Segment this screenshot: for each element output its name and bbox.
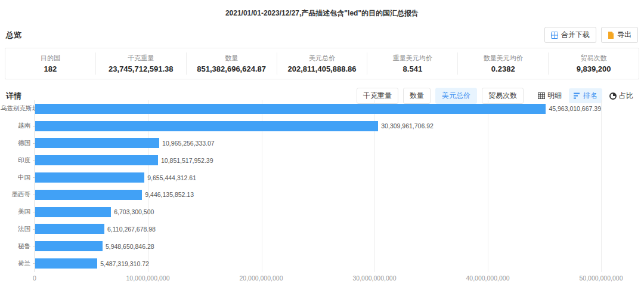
bar-row: 越南30,309,961,706.92 [35,118,601,135]
stat-item: 目的国182 [5,53,96,75]
stat-value: 202,811,405,888.86 [280,64,365,73]
metric-tab-label: 数量 [410,91,424,101]
bar[interactable] [35,224,104,234]
view-tab-label: 排名 [583,91,597,101]
chart-plot: 乌兹别克斯坦45,963,010,667.39越南30,309,961,706.… [35,100,601,272]
x-tick-label: 20,000,000,000 [240,275,283,282]
bar-row: 中国9,655,444,312.61 [35,169,601,186]
bar-chart-icon [574,92,581,99]
stat-value: 9,839,200 [551,64,636,73]
stat-label: 数量 [189,54,274,63]
x-tick-label: 30,000,000,000 [353,275,397,282]
bar-row: 乌兹别克斯坦45,963,010,667.39 [35,100,601,118]
x-tick-label: 10,000,000,000 [126,275,170,282]
bar[interactable] [35,172,144,183]
export-button[interactable]: 导出 [601,27,638,43]
x-tick-label: 40,000,000,000 [466,275,510,282]
merge-download-icon [551,32,558,39]
bar-row: 德国10,965,256,333.07 [35,135,601,152]
bar[interactable] [35,104,546,114]
bar-value-label: 10,851,517,952.39 [161,157,213,164]
x-tick-label: 0 [33,275,36,282]
stat-value: 23,745,712,591.38 [98,64,184,73]
pie-chart-icon [609,92,617,100]
bar-row: 荷兰5,487,319,310.72 [35,255,601,272]
stat-label: 目的国 [8,54,93,63]
header-actions: 合并下载 导出 [544,27,638,43]
category-label: 秘鲁 [1,242,30,251]
category-label: 法国 [1,225,30,233]
bar-row: 印度10,851,517,952.39 [35,152,601,169]
metric-tab-label: 贸易次数 [488,91,517,101]
bar[interactable] [35,241,103,251]
bar-row: 秘鲁5,948,650,846.28 [35,238,601,255]
category-label: 越南 [1,122,30,130]
table-icon [538,92,545,99]
stat-item: 重量美元均价8.541 [367,53,458,75]
stat-value: 851,382,696,624.87 [189,64,274,73]
stat-item: 数量851,382,696,624.87 [187,53,277,75]
bar-value-label: 9,446,135,852.13 [145,191,194,198]
bar[interactable] [35,190,142,200]
category-label: 荷兰 [1,260,30,268]
category-label: 美国 [1,208,30,216]
bar[interactable] [35,155,158,165]
stat-label: 千克重量 [98,54,184,63]
bar-row: 法国6,110,267,678.98 [35,221,601,238]
stat-label: 贸易次数 [551,54,636,63]
stat-label: 美元总价 [280,54,365,63]
bar-value-label: 9,655,444,312.61 [147,174,196,181]
page-title: 2021/01/01-2023/12/27,产品描述包含"led"的目的国汇总报… [0,0,644,18]
stat-item: 美元总价202,811,405,888.86 [277,53,368,75]
overview-stats: 目的国182千克重量23,745,712,591.38数量851,382,696… [5,48,639,79]
gridline [601,100,602,272]
overview-header: 总览 合并下载 导出 [6,27,638,43]
merge-download-button[interactable]: 合并下载 [544,27,596,43]
bar-value-label: 5,487,319,310.72 [100,260,149,267]
stat-value: 182 [8,64,93,73]
bar[interactable] [35,121,378,131]
stat-value: 0.2382 [460,64,546,73]
overview-section-label: 总览 [6,30,21,41]
x-axis-ticks: 010,000,000,00020,000,000,00030,000,000,… [35,272,601,282]
stat-label: 重量美元均价 [370,54,455,63]
bar[interactable] [35,138,159,148]
bar-value-label: 6,703,300,500 [114,208,154,215]
stat-item: 数量美元均价0.2382 [458,53,549,75]
bar-value-label: 45,963,010,667.39 [549,105,601,112]
report-page: 2021/01/01-2023/12/27,产品描述包含"led"的目的国汇总报… [0,0,644,293]
bar-value-label: 10,965,256,333.07 [162,140,215,147]
bar[interactable] [35,207,111,217]
merge-download-label: 合并下载 [561,30,590,40]
stat-item: 千克重量23,745,712,591.38 [96,53,187,75]
stat-item: 贸易次数9,839,200 [549,53,639,75]
bar-row: 美国6,703,300,500 [35,203,601,221]
x-tick-label: 50,000,000,000 [580,275,623,282]
stat-label: 数量美元均价 [460,54,546,63]
category-label: 墨西哥 [1,190,30,199]
bar-value-label: 6,110,267,678.98 [107,226,156,233]
view-tab-label: 明细 [547,91,562,101]
bar-value-label: 5,948,650,846.28 [106,243,154,250]
stat-value: 8.541 [370,64,455,73]
bar[interactable] [35,258,97,269]
bar-chart: 乌兹别克斯坦45,963,010,667.39越南30,309,961,706.… [5,100,639,282]
metric-tab-label: 美元总价 [442,91,470,101]
category-label: 印度 [1,156,30,165]
category-label: 德国 [1,139,30,147]
detail-section-label: 详情 [6,91,21,101]
bar-row: 墨西哥9,446,135,852.13 [35,186,601,203]
category-label: 乌兹别克斯坦 [1,104,30,113]
export-icon [608,32,614,39]
export-label: 导出 [617,30,631,40]
category-label: 中国 [1,174,30,182]
view-tab-label: 占比 [619,91,633,101]
metric-tab-label: 千克重量 [363,91,392,101]
bar-value-label: 30,309,961,706.92 [381,122,434,129]
